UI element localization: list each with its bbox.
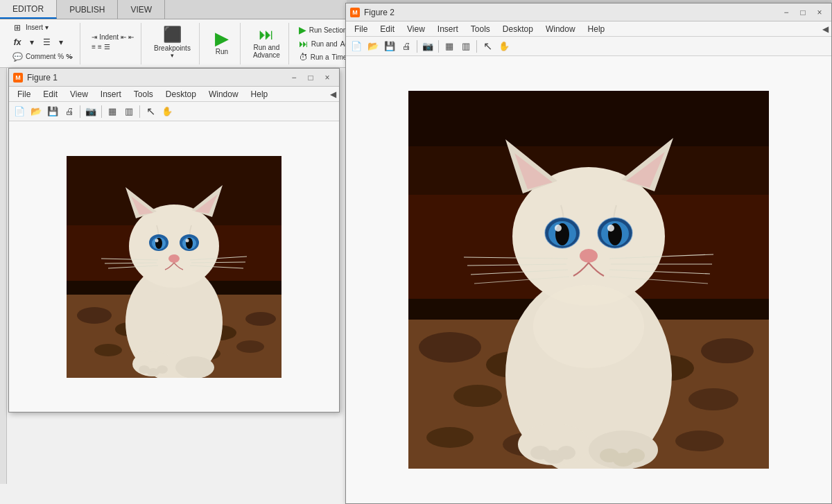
figure1-menu-help[interactable]: Help bbox=[245, 88, 274, 101]
fig1-camera-btn[interactable]: 📷 bbox=[83, 104, 98, 119]
svg-point-52 bbox=[688, 388, 738, 410]
fig2-cursor-btn[interactable]: ↖ bbox=[480, 39, 495, 54]
svg-point-86 bbox=[557, 446, 575, 460]
svg-point-69 bbox=[555, 225, 562, 232]
run-and-advance-button[interactable]: ⏭ Run andAdvance bbox=[249, 24, 284, 60]
fig1-save-btn[interactable]: 💾 bbox=[45, 104, 60, 119]
fig1-pan-btn[interactable]: ✋ bbox=[159, 104, 175, 119]
insert-icon: ⊞ bbox=[11, 21, 24, 34]
svg-point-49 bbox=[453, 385, 502, 407]
fig2-save-btn[interactable]: 💾 bbox=[382, 39, 397, 54]
figure1-menubar: File Edit View Insert Tools Desktop Wind… bbox=[9, 87, 339, 102]
fig1-new-btn[interactable]: 📄 bbox=[12, 104, 27, 119]
svg-point-14 bbox=[129, 205, 219, 288]
figure2-restore[interactable]: □ bbox=[795, 6, 811, 19]
figure2-menu-expand[interactable]: ◀ bbox=[822, 24, 829, 34]
fig1-print-btn[interactable]: 🖨 bbox=[62, 104, 77, 119]
figure2-canvas bbox=[346, 56, 831, 503]
ribbon-run-group: ▶ Run bbox=[204, 23, 241, 64]
figure2-menu-window[interactable]: Window bbox=[540, 23, 581, 35]
svg-point-26 bbox=[186, 238, 189, 242]
figure2-menu-file[interactable]: File bbox=[349, 23, 373, 35]
svg-point-70 bbox=[607, 225, 614, 232]
tab-publish[interactable]: PUBLISH bbox=[57, 0, 118, 19]
editor-scrollbar[interactable] bbox=[0, 68, 7, 484]
fig2-sep2 bbox=[438, 40, 439, 53]
svg-point-44 bbox=[419, 332, 481, 363]
figure1-menu-insert[interactable]: Insert bbox=[95, 88, 127, 101]
comment-button[interactable]: 💬 Comment % %̶ bbox=[8, 50, 76, 64]
run-advance-icon: ⏭ bbox=[257, 26, 276, 44]
fig2-sep1 bbox=[417, 40, 417, 53]
svg-point-90 bbox=[533, 285, 644, 368]
run-button[interactable]: ▶ Run bbox=[208, 24, 236, 60]
editor-tabbar: EDITOR PUBLISH VIEW bbox=[0, 0, 347, 19]
fig1-subplots-btn[interactable]: ▦ bbox=[105, 104, 120, 119]
fig1-sep3 bbox=[139, 105, 140, 118]
figure1-canvas bbox=[9, 121, 339, 412]
ribbon-toolbar: ⊞ Insert ▾ fx ▾ ☰ ▾ 💬 Comment % %̶ ⇥ Ind… bbox=[0, 19, 347, 68]
fig1-cursor-btn[interactable]: ↖ bbox=[143, 104, 158, 119]
figure2-menu-view[interactable]: View bbox=[401, 23, 431, 35]
ribbon-breakpoints-group: ⬛ Breakpoints ▾ bbox=[146, 23, 200, 64]
tab-editor[interactable]: EDITOR bbox=[0, 0, 57, 19]
tab-view[interactable]: VIEW bbox=[118, 0, 165, 19]
figure2-kitten-svg bbox=[408, 91, 769, 469]
ribbon-insert-group: ⊞ Insert ▾ fx ▾ ☰ ▾ 💬 Comment % %̶ bbox=[4, 23, 80, 64]
svg-point-8 bbox=[245, 312, 276, 326]
figure2-minimize[interactable]: − bbox=[779, 6, 794, 19]
comment-icon: 💬 bbox=[11, 51, 24, 63]
fig2-print-btn[interactable]: 🖨 bbox=[399, 39, 414, 54]
breakpoints-button[interactable]: ⬛ Breakpoints ▾ bbox=[150, 24, 195, 60]
indent-button[interactable]: ⇥ Indent ⇤ ⇤ bbox=[89, 33, 137, 42]
svg-point-73 bbox=[580, 249, 598, 263]
figure1-menu-expand[interactable]: ◀ bbox=[330, 89, 336, 99]
figure2-icon: M bbox=[350, 8, 360, 17]
svg-point-48 bbox=[701, 338, 754, 363]
svg-point-25 bbox=[155, 238, 159, 242]
figure1-icon: M bbox=[13, 73, 23, 82]
figure1-toolbar: 📄 📂 💾 🖨 📷 ▦ ▥ ↖ ✋ bbox=[9, 102, 339, 121]
run-icon: ▶ bbox=[212, 28, 232, 48]
figure1-titlebar: M Figure 1 − □ × bbox=[9, 69, 339, 87]
svg-point-27 bbox=[168, 254, 180, 263]
ribbon-run-advance-group: ⏭ Run andAdvance bbox=[245, 23, 289, 64]
fig2-camera-btn[interactable]: 📷 bbox=[420, 39, 435, 54]
insert-button[interactable]: ⊞ Insert ▾ bbox=[8, 21, 76, 35]
fig2-subplots-btn[interactable]: ▦ bbox=[442, 39, 457, 54]
fig1-colorbar-btn[interactable]: ▥ bbox=[121, 104, 137, 119]
fig2-pan-btn[interactable]: ✋ bbox=[496, 39, 512, 54]
figure2-menubar: File Edit View Insert Tools Desktop Wind… bbox=[346, 21, 831, 37]
run-section-icon: ▶ bbox=[299, 24, 306, 35]
figure1-menu-edit[interactable]: Edit bbox=[37, 88, 63, 101]
svg-point-56 bbox=[675, 431, 724, 451]
run-advance-small-icon: ⏭ bbox=[299, 38, 309, 49]
figure2-menu-desktop[interactable]: Desktop bbox=[497, 23, 539, 35]
fig1-sep1 bbox=[80, 105, 80, 118]
figure2-menu-help[interactable]: Help bbox=[582, 23, 611, 35]
figure1-menu-desktop[interactable]: Desktop bbox=[160, 88, 202, 101]
fig2-open-btn[interactable]: 📂 bbox=[365, 39, 381, 54]
fig1-open-btn[interactable]: 📂 bbox=[28, 104, 44, 119]
figure2-menu-edit[interactable]: Edit bbox=[374, 23, 400, 35]
figure1-restore[interactable]: □ bbox=[303, 71, 318, 84]
figure2-menu-insert[interactable]: Insert bbox=[432, 23, 464, 35]
fig2-colorbar-btn[interactable]: ▥ bbox=[458, 39, 474, 54]
svg-point-35 bbox=[175, 356, 214, 378]
figure2-close[interactable]: × bbox=[812, 6, 827, 19]
figure2-menu-tools[interactable]: Tools bbox=[465, 23, 496, 35]
breakpoints-icon: ⬛ bbox=[162, 26, 182, 44]
fig2-new-btn[interactable]: 📄 bbox=[349, 39, 364, 54]
figure1-menu-window[interactable]: Window bbox=[203, 88, 244, 101]
svg-point-12 bbox=[236, 340, 264, 353]
ribbon-indent-group: ⇥ Indent ⇤ ⇤ ≡ ≡ ☰ bbox=[85, 23, 141, 64]
figure1-minimize[interactable]: − bbox=[286, 71, 302, 84]
svg-point-53 bbox=[426, 427, 474, 448]
figure1-menu-view[interactable]: View bbox=[64, 88, 94, 101]
figure1-kitten-svg bbox=[67, 156, 281, 378]
indent-row2[interactable]: ≡ ≡ ☰ bbox=[89, 42, 137, 51]
figure1-menu-file[interactable]: File bbox=[12, 88, 36, 101]
fx-button[interactable]: fx ▾ ☰ ▾ bbox=[8, 35, 76, 49]
figure1-close[interactable]: × bbox=[320, 71, 335, 84]
figure1-menu-tools[interactable]: Tools bbox=[128, 88, 159, 101]
